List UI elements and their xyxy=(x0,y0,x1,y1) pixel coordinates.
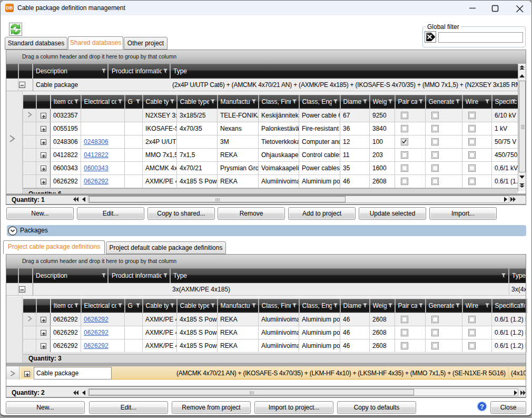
svg-text:?: ? xyxy=(480,403,484,411)
